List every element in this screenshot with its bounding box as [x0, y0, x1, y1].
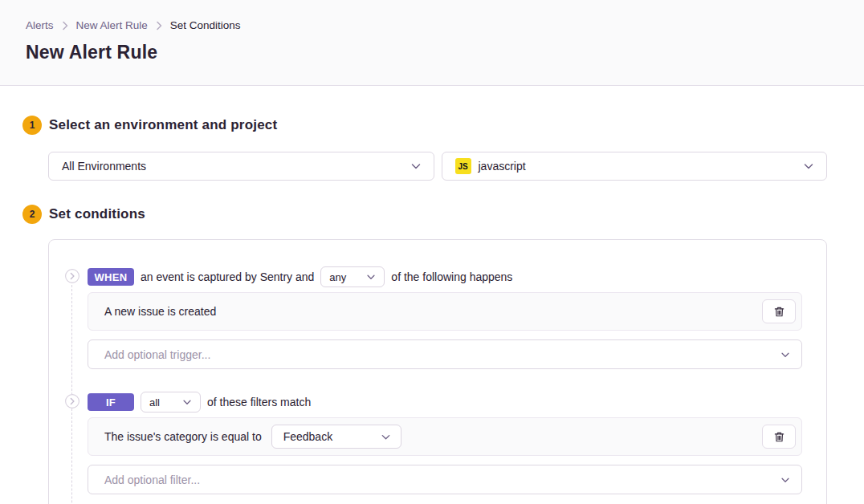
chevron-down-icon: [380, 431, 392, 443]
filter-row-label: The issue's category is equal to: [104, 430, 262, 443]
add-filter-select[interactable]: Add optional filter...: [88, 465, 802, 494]
environment-project-row: All Environments JS javascript: [48, 152, 827, 181]
chevron-down-icon: [802, 160, 815, 173]
breadcrumb-item-alerts[interactable]: Alerts: [26, 19, 54, 31]
if-rail: [49, 392, 88, 494]
breadcrumb: Alerts New Alert Rule Set Conditions: [26, 19, 838, 31]
section-environment-header: 1 Select an environment and project: [22, 116, 864, 135]
add-filter-placeholder: Add optional filter...: [104, 474, 200, 486]
project-select[interactable]: JS javascript: [442, 152, 828, 181]
chevron-down-icon: [410, 160, 422, 173]
environment-select[interactable]: All Environments: [48, 152, 434, 181]
if-group: IF all of these filters match The issue'…: [49, 392, 802, 494]
when-body: WHEN an event is captured by Sentry and …: [88, 267, 802, 369]
chevron-right-icon: [156, 21, 162, 30]
if-badge: IF: [88, 393, 134, 411]
category-value: Feedback: [283, 430, 332, 443]
breadcrumb-item-new-alert-rule[interactable]: New Alert Rule: [76, 19, 148, 31]
section-conditions-header: 2 Set conditions: [22, 205, 864, 224]
js-platform-icon: JS: [455, 158, 471, 174]
project-select-value: javascript: [479, 160, 803, 173]
when-text-after: of the following happens: [391, 270, 512, 283]
when-match-select[interactable]: any: [320, 266, 385, 287]
category-value-select[interactable]: Feedback: [271, 425, 401, 449]
page-title: New Alert Rule: [26, 42, 838, 63]
section-conditions-title: Set conditions: [49, 206, 145, 222]
when-text-before: an event is captured by Sentry and: [141, 270, 314, 283]
delete-filter-button[interactable]: [762, 425, 796, 449]
environment-select-value: All Environments: [62, 160, 410, 173]
circle-chevron-icon: [65, 269, 79, 283]
trash-icon: [773, 431, 785, 443]
if-match-select[interactable]: all: [141, 392, 201, 413]
if-match-value: all: [149, 396, 160, 408]
if-body: IF all of these filters match The issue'…: [88, 392, 802, 494]
conditions-card: WHEN an event is captured by Sentry and …: [48, 239, 827, 504]
if-text-after: of these filters match: [207, 396, 311, 408]
when-badge: WHEN: [88, 268, 134, 286]
when-sentence: WHEN an event is captured by Sentry and …: [88, 267, 802, 287]
delete-trigger-button[interactable]: [762, 299, 796, 323]
page-header: Alerts New Alert Rule Set Conditions New…: [0, 0, 864, 86]
chevron-down-icon: [780, 349, 791, 360]
chevron-down-icon: [181, 396, 193, 408]
add-trigger-select[interactable]: Add optional trigger...: [88, 339, 802, 369]
main-content: 1 Select an environment and project All …: [0, 116, 864, 504]
add-trigger-placeholder: Add optional trigger...: [104, 348, 210, 361]
chevron-right-icon: [62, 21, 68, 30]
when-match-value: any: [329, 271, 346, 283]
chevron-down-icon: [780, 474, 791, 486]
step-2-badge: 2: [22, 205, 42, 224]
filter-row: The issue's category is equal to Feedbac…: [88, 417, 802, 456]
when-group: WHEN an event is captured by Sentry and …: [49, 267, 802, 369]
circle-chevron-icon: [65, 394, 79, 408]
section-environment-title: Select an environment and project: [49, 117, 277, 133]
trigger-row-label: A new issue is created: [104, 305, 762, 318]
if-sentence: IF all of these filters match: [88, 392, 802, 412]
trash-icon: [773, 306, 785, 318]
chevron-down-icon: [365, 271, 377, 282]
when-rail: [49, 267, 88, 369]
trigger-row: A new issue is created: [88, 292, 802, 331]
step-1-badge: 1: [22, 116, 42, 135]
breadcrumb-item-set-conditions: Set Conditions: [170, 19, 241, 31]
